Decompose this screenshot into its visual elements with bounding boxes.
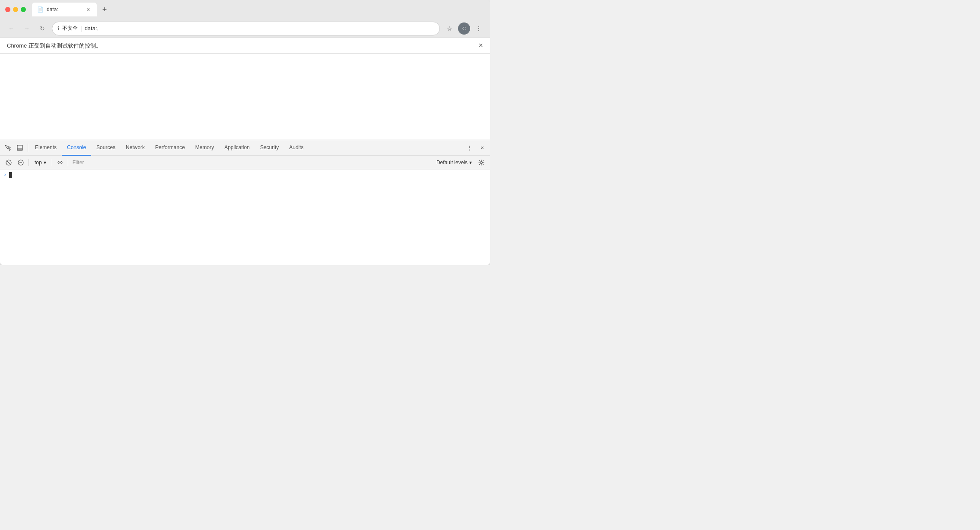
console-output[interactable]: ›: [0, 169, 490, 265]
devtools-panel: Elements Console Sources Network Perform…: [0, 140, 490, 265]
tab-application[interactable]: Application: [219, 140, 255, 156]
tab-title: data:,: [47, 6, 81, 13]
tab-performance[interactable]: Performance: [150, 140, 190, 156]
tab-memory[interactable]: Memory: [190, 140, 219, 156]
browser-window: 📄 data:, × + ← → ↻ ℹ 不安全 | data:, ☆ C ⋮ …: [0, 0, 490, 265]
context-selector[interactable]: top ▾: [32, 158, 49, 167]
url-text: data:,: [85, 25, 434, 32]
context-dropdown-icon: ▾: [44, 160, 46, 166]
console-toolbar: top ▾ Default levels ▾: [0, 156, 490, 169]
tab-network[interactable]: Network: [121, 140, 150, 156]
svg-line-3: [7, 161, 10, 164]
reload-button[interactable]: ↻: [36, 22, 48, 35]
eye-icon-button[interactable]: [55, 157, 65, 168]
minimize-traffic-light[interactable]: [13, 7, 18, 12]
maximize-traffic-light[interactable]: [21, 7, 26, 12]
dock-button[interactable]: [14, 142, 26, 154]
tab-elements[interactable]: Elements: [30, 140, 62, 156]
console-cursor: [9, 172, 12, 178]
profile-button[interactable]: C: [458, 22, 470, 35]
devtools-separator-1: [28, 144, 28, 152]
console-separator-3: [68, 159, 68, 166]
back-button[interactable]: ←: [5, 22, 17, 35]
preserve-log-button[interactable]: [16, 157, 26, 168]
notification-text: Chrome 正受到自动测试软件的控制。: [7, 42, 478, 50]
bookmark-button[interactable]: ☆: [443, 22, 455, 35]
tab-favicon-icon: 📄: [37, 6, 43, 13]
log-levels-button[interactable]: Default levels ▾: [434, 159, 474, 166]
log-levels-dropdown-icon: ▾: [469, 160, 472, 166]
devtools-right-toolbar: ⋮ ×: [463, 142, 488, 154]
inspect-element-button[interactable]: [2, 142, 14, 154]
console-settings-button[interactable]: [476, 157, 487, 168]
devtools-close-button[interactable]: ×: [476, 142, 488, 154]
traffic-lights: [5, 7, 26, 12]
svg-point-7: [59, 162, 60, 163]
tab-console[interactable]: Console: [62, 140, 91, 156]
tab-security[interactable]: Security: [255, 140, 284, 156]
page-content: [0, 54, 490, 140]
tab-bar: 📄 data:, × +: [32, 3, 485, 16]
security-text: 不安全: [62, 25, 78, 32]
svg-rect-1: [17, 148, 22, 150]
devtools-tab-bar: Elements Console Sources Network Perform…: [0, 140, 490, 156]
log-levels-text: Default levels: [436, 160, 468, 166]
address-bar: ← → ↻ ℹ 不安全 | data:, ☆ C ⋮: [0, 19, 490, 38]
new-tab-button[interactable]: +: [99, 3, 111, 16]
active-tab[interactable]: 📄 data:, ×: [32, 3, 97, 16]
url-bar[interactable]: ℹ 不安全 | data:,: [52, 22, 440, 35]
security-icon: ℹ: [57, 26, 60, 32]
filter-input[interactable]: [71, 159, 432, 166]
forward-button[interactable]: →: [21, 22, 33, 35]
context-value: top: [35, 160, 42, 166]
notification-bar: Chrome 正受到自动测试软件的控制。 ×: [0, 38, 490, 54]
devtools-more-button[interactable]: ⋮: [463, 142, 475, 154]
notification-close-button[interactable]: ×: [478, 41, 483, 50]
title-bar: 📄 data:, × +: [0, 0, 490, 19]
close-traffic-light[interactable]: [5, 7, 10, 12]
toolbar-right: ☆ C ⋮: [443, 22, 485, 35]
tab-audits[interactable]: Audits: [284, 140, 309, 156]
clear-console-button[interactable]: [3, 157, 14, 168]
console-prompt: ›: [0, 171, 490, 179]
tab-close-button[interactable]: ×: [85, 6, 92, 13]
url-divider: |: [80, 25, 82, 32]
console-chevron-icon: ›: [3, 172, 6, 178]
console-separator-1: [29, 159, 29, 166]
menu-button[interactable]: ⋮: [473, 22, 485, 35]
svg-point-8: [480, 161, 483, 163]
console-separator-2: [52, 159, 52, 166]
tab-sources[interactable]: Sources: [91, 140, 121, 156]
